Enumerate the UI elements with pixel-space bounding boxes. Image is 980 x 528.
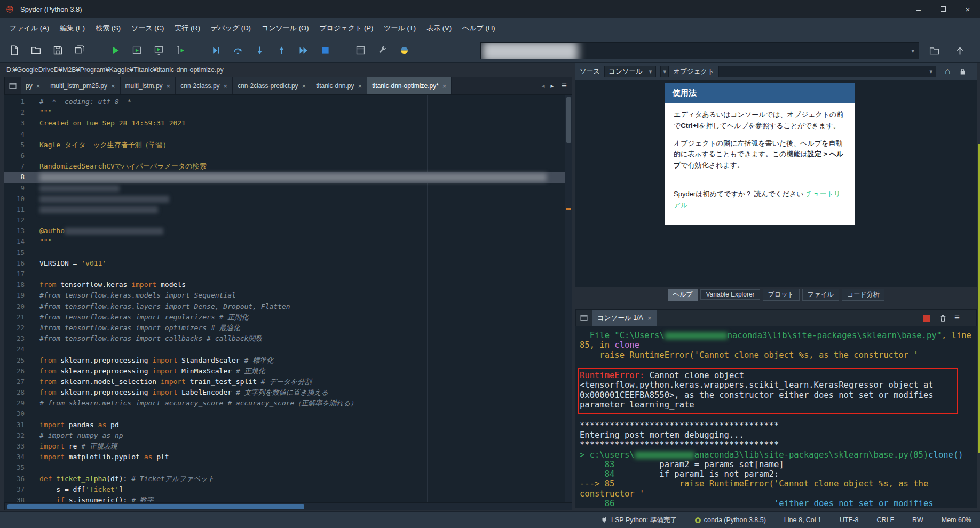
menu-item[interactable]: ツール (T): [378, 20, 421, 36]
source-combobox[interactable]: コンソール ▾: [604, 66, 656, 77]
usage-paragraph-1: エディタあるいはコンソールでは、オブジェクトの前でCtrl+Iを押してヘルプを参…: [674, 109, 847, 132]
tab-close-icon[interactable]: ×: [224, 82, 228, 90]
maximize-button[interactable]: [931, 0, 955, 18]
scrollbar-thumb[interactable]: [7, 504, 304, 509]
maximize-pane-button[interactable]: [352, 42, 369, 59]
browse-console-tabs-button[interactable]: [576, 310, 592, 326]
console-tab[interactable]: コンソール 1/A ×: [592, 310, 657, 326]
stop-debug-button[interactable]: [317, 42, 334, 59]
editor-tab[interactable]: py×: [21, 77, 45, 94]
scroll-tabs-right-icon[interactable]: ▸: [548, 82, 557, 90]
close-button[interactable]: ×: [955, 0, 980, 18]
tab-close-icon[interactable]: ×: [167, 82, 171, 90]
pane-tab[interactable]: ファイル: [802, 289, 839, 301]
console-line: 86 'either does not set or modifies: [580, 499, 977, 508]
step-into-button[interactable]: [251, 42, 268, 59]
editor-line: 11: [4, 204, 572, 215]
open-file-button[interactable]: [27, 42, 44, 59]
menu-item[interactable]: プロジェクト (P): [314, 20, 379, 36]
menu-item[interactable]: ソース (C): [126, 20, 169, 36]
preferences-button[interactable]: [374, 42, 391, 59]
editor-line: 7RandomizedSearchCVでハイパーパラメータの検索: [4, 161, 572, 172]
menu-item[interactable]: デバッグ (D): [206, 20, 256, 36]
editor-line: 2""": [4, 107, 572, 118]
console-line: Entering post mortem debugging...: [580, 430, 977, 440]
lock-icon[interactable]: [959, 68, 973, 76]
browse-working-directory-button[interactable]: [926, 42, 943, 59]
debug-file-button[interactable]: [207, 42, 224, 59]
object-input[interactable]: ▾: [718, 66, 936, 77]
editor-horizontal-scrollbar[interactable]: [4, 502, 572, 510]
editor-tab[interactable]: multi_lstm.py×: [121, 77, 176, 94]
parent-directory-button[interactable]: [951, 42, 968, 59]
python-path-manager-button[interactable]: [396, 42, 413, 59]
encoding-status: UTF-8: [840, 516, 858, 524]
pane-tab[interactable]: コード分析: [842, 289, 885, 301]
working-directory-combobox[interactable]: ▾: [480, 42, 919, 59]
remove-variables-button[interactable]: [938, 314, 947, 323]
pane-tab[interactable]: プロット: [763, 289, 800, 301]
menu-item[interactable]: ファイル (A): [4, 20, 54, 36]
editor-code-area[interactable]: 1# -*- coding: utf-8 -*-2"""3Created on …: [4, 95, 572, 502]
run-selection-button[interactable]: [172, 42, 189, 59]
menu-item[interactable]: 検索 (S): [90, 20, 126, 36]
run-cell-advance-button[interactable]: [150, 42, 167, 59]
editor-tab[interactable]: cnn-2class-predict.py×: [233, 77, 311, 94]
source-history-dropdown[interactable]: ▾: [660, 66, 669, 77]
editor-line: 18from tensorflow.keras import models: [4, 279, 572, 290]
debug-continue-button[interactable]: [295, 42, 312, 59]
editor-tab[interactable]: titanic-dnn.py×: [311, 77, 367, 94]
arrow-up-icon: [954, 45, 966, 57]
new-file-icon: [9, 45, 20, 56]
toolbar: ▾: [0, 38, 980, 63]
editor-line: 4: [4, 129, 572, 140]
error-highlight-box: RuntimeError: Cannot clone object<tensor…: [580, 371, 977, 410]
save-all-button[interactable]: [71, 42, 88, 59]
editor-tab[interactable]: multi_lstm_pm25.py×: [45, 77, 120, 94]
browse-tabs-button[interactable]: [5, 77, 21, 94]
minimize-button[interactable]: –: [906, 0, 931, 18]
editor-tab[interactable]: cnn-2class.py×: [176, 77, 233, 94]
editor-line: 10: [4, 194, 572, 204]
menu-item[interactable]: コンソール (O): [256, 20, 314, 36]
scrollbar-thumb[interactable]: [566, 97, 571, 143]
tab-close-icon[interactable]: ×: [302, 82, 306, 90]
home-icon[interactable]: ⌂: [941, 67, 954, 76]
pane-tab[interactable]: ヘルプ: [668, 289, 698, 301]
menu-item[interactable]: 表示 (V): [421, 20, 457, 36]
new-file-button[interactable]: [5, 42, 22, 59]
run-button[interactable]: [106, 42, 123, 59]
scroll-tabs-left-icon[interactable]: ◂: [539, 82, 548, 90]
console-output[interactable]: File "C:\Users\naconda3\lib\site-package…: [575, 326, 977, 508]
python-logo-icon: [399, 45, 410, 56]
editor-line: 5Kagle タイタニック生存者予測（学習）: [4, 140, 572, 150]
interrupt-kernel-button[interactable]: [923, 315, 930, 322]
editor-line: 20#from tensorflow.keras.layers import D…: [4, 301, 572, 312]
help-pane: ソース コンソール ▾ ▾ オブジェクト ▾ ⌂ 使用法 エディタあるいはコンソ…: [575, 63, 977, 301]
chevron-down-icon: ▾: [663, 68, 667, 75]
editor-tab[interactable]: titanic-dnn-optimize.py*×: [367, 77, 452, 94]
run-cell-button[interactable]: [128, 42, 145, 59]
tab-close-icon[interactable]: ×: [442, 82, 447, 90]
editor-line: 32# import numpy as np: [4, 430, 572, 441]
editor-options-menu-icon[interactable]: ≡: [557, 81, 572, 91]
pane-tab[interactable]: Variable Explorer: [700, 289, 760, 300]
step-out-button[interactable]: [273, 42, 290, 59]
tab-close-icon[interactable]: ×: [358, 82, 362, 90]
menu-item[interactable]: 編集 (E): [54, 20, 90, 36]
editor-vertical-scrollbar[interactable]: [565, 95, 572, 502]
step-over-button[interactable]: [229, 42, 246, 59]
interpreter-status[interactable]: conda (Python 3.8.5): [695, 516, 766, 524]
save-button[interactable]: [49, 42, 66, 59]
memory-status: Mem 60%: [942, 516, 971, 524]
menu-item[interactable]: 実行 (R): [169, 20, 206, 36]
tab-close-icon[interactable]: ×: [647, 314, 652, 322]
console-line: ---> 85 raise RuntimeError('Cannot clone…: [580, 479, 977, 489]
run-cell-advance-icon: [153, 45, 164, 56]
divider: [679, 180, 841, 180]
tab-close-icon[interactable]: ×: [111, 82, 115, 90]
console-options-menu-icon[interactable]: ≡: [954, 313, 969, 323]
editor-line: 30: [4, 409, 572, 419]
menu-item[interactable]: ヘルプ (H): [457, 20, 501, 36]
tab-close-icon[interactable]: ×: [36, 82, 41, 90]
